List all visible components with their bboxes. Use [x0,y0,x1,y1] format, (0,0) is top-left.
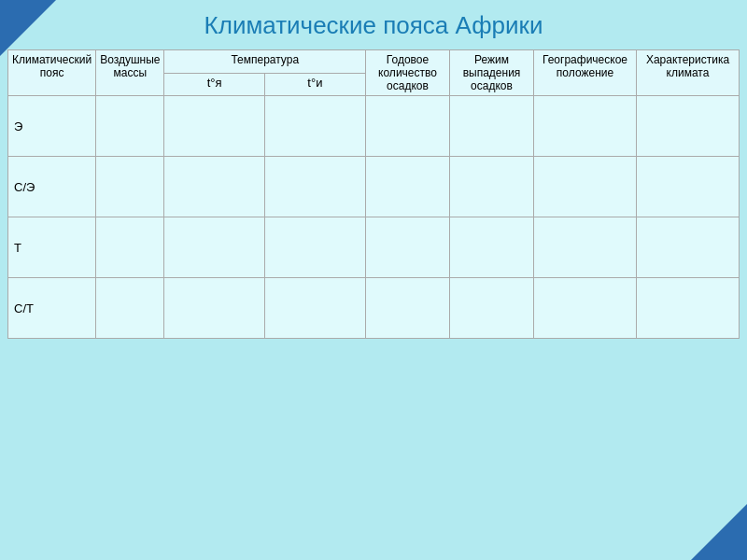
table-wrapper: Климатический пояс Воздушные массы Темпе… [0,49,747,346]
cell-air-t [96,217,164,278]
table-row: С/Э [8,157,740,217]
cell-temp-jul-t [264,217,365,278]
cell-air-e [96,96,164,157]
col-subheader-temp-jan: t°я [164,74,264,96]
col-header-char: Характеристика климата [637,50,740,96]
col-header-climate: Климатический пояс [8,50,96,96]
cell-geo-se [534,157,637,217]
corner-decoration-br [691,504,747,560]
cell-air-se [96,157,164,217]
cell-temp-jan-st [164,278,264,339]
col-header-regime: Режим выпадения осадков [450,50,534,96]
cell-temp-jul-se [264,157,365,217]
cell-annual-e [366,96,450,157]
cell-annual-se [366,157,450,217]
cell-geo-st [534,278,637,339]
cell-char-t [637,217,740,278]
cell-regime-st [450,278,534,339]
cell-climate-st: С/Т [8,278,96,339]
cell-climate-e: Э [8,96,96,157]
cell-climate-se: С/Э [8,157,96,217]
cell-geo-e [534,96,637,157]
col-header-air: Воздушные массы [96,50,164,96]
climate-table: Климатический пояс Воздушные массы Темпе… [7,49,740,339]
table-row: Э [8,96,740,157]
cell-geo-t [534,217,637,278]
table-row: С/Т [8,278,740,339]
cell-char-st [637,278,740,339]
cell-char-se [637,157,740,217]
col-header-annual: Годовое количество осадков [366,50,450,96]
cell-temp-jan-t [164,217,264,278]
cell-regime-e [450,96,534,157]
cell-temp-jan-e [164,96,264,157]
col-subheader-temp-jul: t°и [264,74,365,96]
cell-annual-t [366,217,450,278]
cell-air-st [96,278,164,339]
col-header-temp: Температура [164,50,366,74]
cell-temp-jul-st [264,278,365,339]
col-header-geo: Географическое положение [534,50,637,96]
page-title: Климатические пояса Африки [0,0,747,49]
cell-annual-st [366,278,450,339]
cell-climate-t: Т [8,217,96,278]
cell-temp-jul-e [264,96,365,157]
table-row: Т [8,217,740,278]
cell-temp-jan-se [164,157,264,217]
header-row-main: Климатический пояс Воздушные массы Темпе… [8,50,740,74]
cell-regime-t [450,217,534,278]
cell-regime-se [450,157,534,217]
cell-char-e [637,96,740,157]
